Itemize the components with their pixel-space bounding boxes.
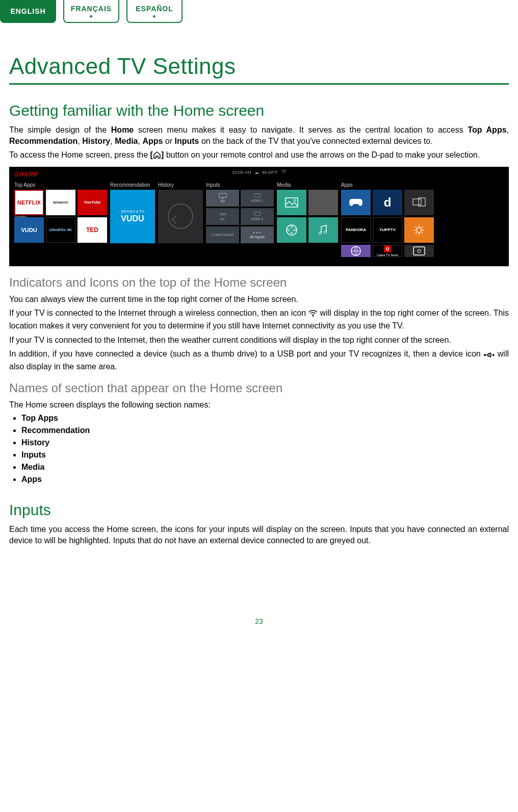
- paragraph: Each time you access the Home screen, th…: [9, 524, 509, 546]
- section-heading: Inputs: [9, 501, 509, 519]
- tv-home-screenshot: SHARP 10:00 AM ☁ 66·68°F Top Apps NETFLI…: [9, 167, 509, 266]
- media-video[interactable]: [277, 217, 306, 243]
- vudu-tile[interactable]: VUDU: [14, 217, 44, 243]
- paragraph: To access the Home screen, press the [] …: [9, 149, 509, 162]
- wifi-icon: [281, 170, 286, 175]
- paragraph: If your TV is connected to the Internet,…: [9, 335, 509, 346]
- svg-point-29: [313, 316, 314, 317]
- app-accuweather[interactable]: [404, 217, 434, 243]
- lang-english-label: ENGLISH: [10, 7, 45, 15]
- media-photos[interactable]: [277, 190, 306, 215]
- svg-line-22: [416, 226, 417, 227]
- paragraph: The simple design of the Home screen men…: [9, 124, 509, 146]
- history-tile[interactable]: [158, 190, 203, 243]
- language-tabs: ENGLISH FRANÇAIS▲ ESPAÑOL▲: [0, 0, 518, 23]
- page-number: 23: [9, 617, 509, 636]
- app-opera[interactable]: OOpera TV Store: [373, 245, 402, 257]
- media-blank[interactable]: [308, 190, 338, 215]
- home-icon: [153, 150, 161, 162]
- tv-section-history: History: [158, 182, 203, 243]
- amazon-tile[interactable]: amazon: [46, 190, 75, 215]
- svg-point-4: [222, 213, 224, 215]
- ted-tile[interactable]: TED: [77, 217, 107, 243]
- ultraflix-tile[interactable]: UltraFlix 4K: [46, 217, 75, 243]
- svg-point-28: [418, 249, 421, 252]
- tv-section-inputs: Inputs TV HDMI 1 AV HDMI 2 COMPONENT ∘∘∘…: [206, 182, 274, 243]
- video-reel-icon: [286, 224, 298, 236]
- sun-icon: [413, 224, 425, 236]
- section-label: Inputs: [206, 182, 274, 188]
- section-label: Media: [277, 182, 338, 188]
- app-settings[interactable]: [404, 245, 434, 257]
- svg-line-24: [422, 226, 423, 227]
- input-component[interactable]: COMPONENT: [206, 226, 239, 243]
- page-title: Advanced TV Settings: [9, 54, 509, 85]
- usb-icon: [483, 350, 495, 361]
- tv-time: 10:00 AM: [232, 170, 251, 175]
- section-label: History: [158, 182, 203, 188]
- app-d[interactable]: d: [373, 190, 402, 215]
- youtube-tile[interactable]: YouTube: [77, 190, 107, 215]
- section-label: Apps: [341, 182, 434, 188]
- svg-rect-1: [219, 193, 226, 197]
- input-tv[interactable]: TV: [206, 190, 239, 207]
- media-music[interactable]: [308, 217, 338, 243]
- tv-status-bar: 10:00 AM ☁ 66·68°F: [232, 170, 287, 175]
- history-icon: [168, 204, 193, 229]
- subsection-heading: Indicators and Icons on the top of the H…: [9, 275, 509, 290]
- input-av[interactable]: AV: [206, 208, 239, 225]
- lang-english[interactable]: ENGLISH: [0, 0, 56, 23]
- netflix-tile[interactable]: NETFLIXNetflix: [14, 190, 44, 215]
- chevron-up-icon: ▲: [89, 14, 94, 18]
- list-item: Media: [21, 463, 509, 472]
- input-hdmi1[interactable]: HDMI 1: [241, 190, 274, 207]
- list-item: History: [21, 438, 509, 447]
- svg-rect-33: [489, 353, 491, 354]
- svg-point-12: [288, 229, 290, 231]
- screens-icon: [412, 197, 426, 208]
- list-item: Apps: [21, 475, 509, 484]
- list-item: Recommendation: [21, 426, 509, 435]
- paragraph: You can always view the current time in …: [9, 294, 509, 305]
- app-miracast[interactable]: [404, 190, 434, 215]
- svg-point-11: [291, 232, 293, 234]
- tv-section-recommendation: Recommendation - MOVIES & TV - VUDU: [110, 182, 155, 243]
- svg-point-17: [417, 227, 422, 233]
- app-yupptv[interactable]: YUPPTV: [373, 217, 402, 243]
- input-all[interactable]: ∘∘∘All Inputs: [241, 226, 274, 243]
- svg-point-3: [220, 213, 222, 215]
- image-icon: [285, 197, 298, 208]
- tv-section-apps: Apps d PANDORA YUPPTV OOpera TV Store: [341, 182, 434, 257]
- section-names-list: Top Apps Recommendation History Inputs M…: [9, 414, 509, 484]
- input-hdmi2[interactable]: HDMI 2: [241, 208, 274, 225]
- section-label: Recommendation: [110, 182, 155, 188]
- svg-point-9: [291, 226, 293, 228]
- app-games[interactable]: [341, 190, 371, 215]
- app-globe[interactable]: [341, 245, 371, 257]
- list-item: Top Apps: [21, 414, 509, 423]
- recommendation-tile[interactable]: - MOVIES & TV - VUDU: [110, 190, 155, 243]
- svg-point-5: [224, 213, 226, 215]
- tv-temp: 66·68°F: [262, 170, 278, 175]
- svg-point-34: [490, 356, 491, 358]
- chevron-up-icon: ▲: [152, 14, 158, 18]
- svg-point-0: [283, 173, 284, 173]
- tv-section-media: Media: [277, 182, 338, 243]
- lang-espanol[interactable]: ESPAÑOL▲: [126, 0, 183, 23]
- svg-rect-15: [413, 199, 421, 205]
- tv-section-topapps: Top Apps NETFLIXNetflix amazon YouTube V…: [14, 182, 107, 243]
- gamepad-icon: [349, 198, 363, 207]
- section-label: Top Apps: [14, 182, 107, 188]
- app-pandora[interactable]: PANDORA: [341, 217, 371, 243]
- section-heading: Getting familiar with the Home screen: [9, 102, 509, 119]
- lang-francais-label: FRANÇAIS: [71, 5, 112, 13]
- svg-line-25: [416, 233, 417, 234]
- list-item: Inputs: [21, 450, 509, 460]
- lang-espanol-label: ESPAÑOL: [136, 5, 173, 13]
- paragraph: The Home screen displays the following s…: [9, 399, 509, 411]
- lang-francais[interactable]: FRANÇAIS▲: [63, 0, 119, 23]
- gear-box-icon: [412, 246, 426, 256]
- paragraph: In addition, if you have connected a dev…: [9, 348, 509, 372]
- music-note-icon: [318, 224, 329, 236]
- paragraph: If your TV is connected to the Internet …: [9, 308, 509, 331]
